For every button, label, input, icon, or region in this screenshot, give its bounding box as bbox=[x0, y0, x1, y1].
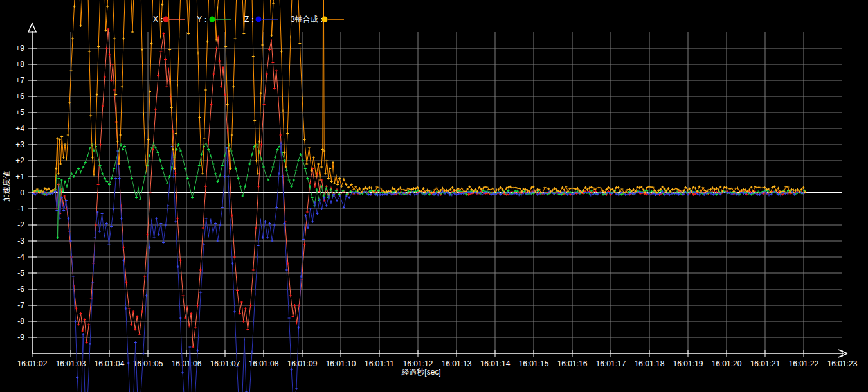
svg-text:経過秒[sec]: 経過秒[sec] bbox=[401, 368, 440, 377]
x-axis-title: 経過秒[sec] bbox=[401, 368, 440, 377]
svg-text:+9: +9 bbox=[15, 44, 24, 53]
svg-text:Z：: Z： bbox=[244, 15, 257, 24]
svg-text:Y：: Y： bbox=[197, 15, 210, 24]
svg-text:3軸合成：: 3軸合成： bbox=[291, 15, 326, 24]
svg-text:16:01:10: 16:01:10 bbox=[326, 359, 356, 368]
svg-text:+8: +8 bbox=[15, 60, 24, 69]
legend-dot-icon bbox=[210, 17, 215, 22]
svg-text:+4: +4 bbox=[15, 124, 24, 133]
y-axis-title: 加速度値 bbox=[2, 171, 11, 202]
svg-text:加速度値: 加速度値 bbox=[2, 171, 11, 202]
svg-text:+3: +3 bbox=[15, 140, 24, 149]
svg-text:16:01:21: 16:01:21 bbox=[750, 359, 781, 368]
svg-text:16:01:08: 16:01:08 bbox=[249, 359, 279, 368]
legend-dot-icon bbox=[322, 17, 328, 22]
svg-text:16:01:15: 16:01:15 bbox=[519, 359, 549, 368]
svg-text:16:01:16: 16:01:16 bbox=[557, 359, 588, 368]
svg-text:16:01:14: 16:01:14 bbox=[480, 359, 511, 368]
legend-item-y: Y： bbox=[197, 15, 231, 24]
svg-text:16:01:04: 16:01:04 bbox=[95, 359, 125, 368]
svg-text:16:01:22: 16:01:22 bbox=[789, 359, 819, 368]
svg-text:-4: -4 bbox=[17, 253, 24, 262]
y-tick-labels: +9+8+7+6+5+4+3+2+10-1-2-3-4-5-6-7-8-9 bbox=[15, 44, 24, 342]
svg-text:16:01:03: 16:01:03 bbox=[56, 359, 86, 368]
svg-text:16:01:02: 16:01:02 bbox=[17, 359, 48, 368]
svg-text:-9: -9 bbox=[17, 333, 24, 342]
y-axis-arrow-icon bbox=[28, 23, 36, 32]
legend: X：Y：Z：3軸合成： bbox=[153, 15, 344, 24]
legend-item-composite: 3軸合成： bbox=[291, 15, 344, 24]
x-tick-labels: 16:01:0216:01:0316:01:0416:01:0516:01:06… bbox=[17, 359, 858, 368]
svg-text:16:01:12: 16:01:12 bbox=[403, 359, 433, 368]
svg-text:+1: +1 bbox=[15, 172, 24, 181]
acceleration-chart: +9+8+7+6+5+4+3+2+10-1-2-3-4-5-6-7-8-916:… bbox=[0, 0, 868, 392]
svg-text:16:01:17: 16:01:17 bbox=[596, 359, 626, 368]
svg-text:16:01:11: 16:01:11 bbox=[365, 359, 394, 368]
svg-text:16:01:18: 16:01:18 bbox=[635, 359, 665, 368]
svg-text:+5: +5 bbox=[15, 108, 24, 117]
svg-text:+7: +7 bbox=[15, 76, 24, 85]
svg-text:+2: +2 bbox=[15, 156, 24, 165]
svg-text:-5: -5 bbox=[17, 269, 24, 278]
svg-text:16:01:13: 16:01:13 bbox=[442, 359, 472, 368]
svg-text:-8: -8 bbox=[17, 317, 24, 326]
svg-text:+6: +6 bbox=[15, 92, 24, 101]
svg-text:-2: -2 bbox=[17, 220, 24, 229]
svg-text:16:01:07: 16:01:07 bbox=[210, 359, 240, 368]
svg-text:-7: -7 bbox=[17, 301, 24, 310]
legend-dot-icon bbox=[163, 17, 169, 22]
svg-text:-1: -1 bbox=[17, 204, 24, 213]
svg-text:16:01:09: 16:01:09 bbox=[287, 359, 318, 368]
svg-text:-6: -6 bbox=[17, 285, 24, 294]
svg-text:16:01:23: 16:01:23 bbox=[827, 359, 858, 368]
svg-text:16:01:20: 16:01:20 bbox=[712, 359, 742, 368]
svg-text:16:01:05: 16:01:05 bbox=[133, 359, 163, 368]
svg-text:-3: -3 bbox=[17, 236, 24, 245]
svg-text:0: 0 bbox=[20, 188, 24, 197]
svg-text:16:01:19: 16:01:19 bbox=[673, 359, 703, 368]
chart-svg: +9+8+7+6+5+4+3+2+10-1-2-3-4-5-6-7-8-916:… bbox=[0, 0, 868, 392]
legend-dot-icon bbox=[256, 17, 262, 22]
